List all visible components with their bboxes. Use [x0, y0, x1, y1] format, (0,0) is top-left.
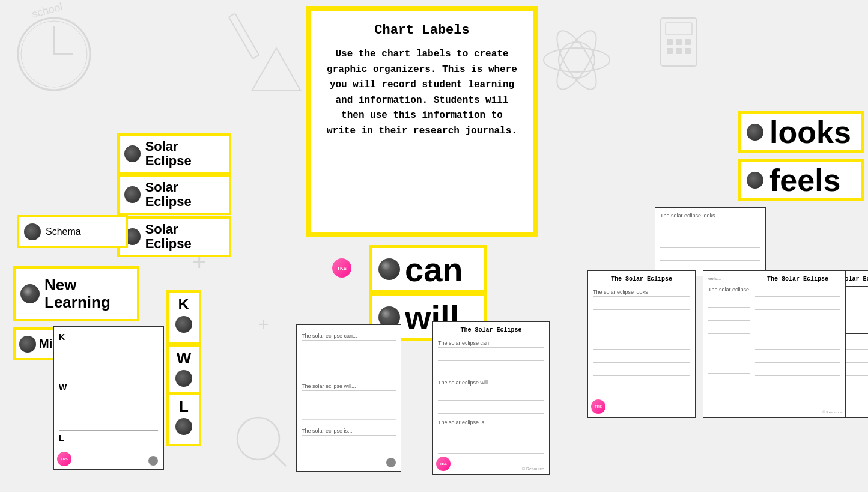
ws-looks-line: The solar eclipse looks — [593, 289, 648, 295]
eclipse-misc-img — [19, 336, 36, 353]
new-learning-label: New Learning — [44, 276, 132, 311]
solar-eclipse-label-2: Solar Eclipse — [145, 180, 224, 209]
schema-label: Schema — [46, 226, 81, 237]
ws-is-line1: The solar eclipse is... — [302, 428, 353, 434]
tks-looks-ws: TKS — [591, 399, 605, 414]
looks-worksheet-top: The solar eclipse looks... — [655, 207, 766, 276]
schema-card: Schema — [17, 215, 128, 248]
l-letter: L — [179, 397, 189, 416]
feels-card: feels — [738, 159, 864, 201]
ws-will-solar: The solar eclipse will — [438, 380, 488, 386]
tks-ws1: TKS — [436, 457, 451, 471]
tks-badge-center: TKS — [332, 258, 351, 278]
solar-eclipse-card-3: Solar Eclipse — [117, 216, 231, 257]
ws-will-line1: The solar eclipse will... — [302, 383, 356, 389]
can-card: can — [369, 245, 487, 293]
solar-eclipse-worksheet-right: The Solar Eclipse © Resource — [750, 270, 846, 418]
ws-solar-looks-title: The Solar Eclipse — [593, 276, 690, 282]
eclipse-img-2 — [124, 186, 141, 203]
eclipse-can-img — [378, 258, 400, 280]
solar-eclipse-card-1: Solar Eclipse — [117, 133, 231, 174]
chart-labels-body: Use the chart labels to create graphic o… — [326, 47, 518, 139]
looks-ws-text: The solar eclipse looks... — [660, 213, 760, 219]
kwl-notebook: K W L TKS — [53, 326, 164, 470]
ws-solar-right-title: The Solar Eclipse — [755, 276, 840, 282]
ws-can-line1: The solar eclipse can... — [302, 333, 357, 339]
solar-eclipse-label-1: Solar Eclipse — [145, 139, 224, 168]
solar-eclipse-card-2: Solar Eclipse — [117, 174, 231, 215]
eclipse-k-img — [175, 316, 192, 333]
k-letter: K — [178, 295, 190, 314]
solar-eclipse-label-3: Solar Eclipse — [145, 222, 224, 251]
looks-card: looks — [738, 111, 864, 153]
eclipse-new-learning-img — [20, 284, 40, 303]
can-label: can — [405, 250, 463, 289]
feels-label: feels — [769, 162, 841, 198]
kwl-k-card: K — [166, 290, 201, 344]
tks-kwl: TKS — [57, 452, 71, 466]
ws-circle-1 — [386, 458, 396, 467]
ws-is-solar: The solar eclipse is — [438, 419, 484, 425]
looks-label: looks — [769, 114, 851, 150]
eclipse-schema-img — [24, 223, 41, 240]
eclipse-l-img — [175, 418, 192, 435]
new-learning-card: New Learning — [13, 266, 139, 321]
ws-can-solar: The solar eclipse can — [438, 340, 489, 346]
kwl-w-card: W — [166, 344, 201, 398]
kwl-circle-icon — [148, 456, 158, 466]
eclipse-feels-img — [747, 172, 763, 189]
kwl-l-card: L — [166, 392, 201, 446]
ws-copyright-3: © Resource — [822, 410, 842, 414]
ws-copyright: © Resource — [522, 467, 544, 471]
kwl-l-section: L — [59, 433, 158, 443]
ws-solar-title: The Solar Eclipse — [438, 327, 544, 333]
eclipse-img-1 — [124, 145, 141, 162]
kwl-w-section: W — [59, 383, 158, 392]
chart-labels-title: Chart Labels — [374, 23, 469, 38]
eclipse-w-img — [175, 370, 192, 387]
solar-looks-worksheet: The Solar Eclipse The solar eclipse look… — [587, 270, 696, 418]
kwl-k-section: K — [59, 332, 158, 342]
can-will-worksheet-simple: The solar eclipse can... The solar eclip… — [296, 324, 401, 472]
w-letter: W — [177, 349, 192, 368]
solar-eclipse-worksheet-main: The Solar Eclipse The solar eclipse can … — [432, 321, 550, 475]
chart-labels-card: Chart Labels Use the chart labels to cre… — [306, 6, 538, 237]
eclipse-looks-img — [747, 124, 763, 141]
